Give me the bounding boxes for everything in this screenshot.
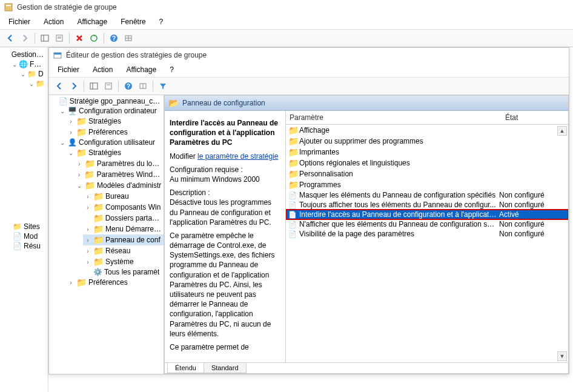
sites-icon: 📁 <box>13 222 22 231</box>
folder-icon: 📁 <box>93 224 104 234</box>
req-value: Au minimum Windows 2000 <box>170 175 260 184</box>
outer-forest[interactable]: ⌄🌐Forêt : n <box>11 59 45 69</box>
editor-menu-action[interactable]: Action <box>87 64 119 76</box>
settings-list[interactable]: ▲ ▼ 📁Affichage📁Ajouter ou supprimer des … <box>286 125 568 362</box>
list-header: Paramètre État <box>286 111 568 125</box>
main-toolbar: ? <box>0 30 573 47</box>
scroll-down-icon[interactable]: ▼ <box>557 351 567 361</box>
soft-params-node[interactable]: ›📁Paramètres du logici <box>75 158 164 169</box>
main-menu-affichage[interactable]: Affichage <box>71 16 113 28</box>
list-item[interactable]: 📄Toujours afficher tous les éléments du … <box>286 200 568 210</box>
ed-filter-button[interactable] <box>156 79 170 93</box>
main-menu-fichier[interactable]: Fichier <box>2 16 36 28</box>
list-item[interactable]: 📁Options régionales et linguistiques <box>286 158 568 168</box>
ed-props-button[interactable] <box>102 79 115 93</box>
outer-sites[interactable]: 📁Sites <box>2 222 45 231</box>
main-menu-fenetre[interactable]: Fenêtre <box>114 16 151 28</box>
list-item[interactable]: 📄N'afficher que les éléments du Panneau … <box>286 219 568 229</box>
comp-prefs-node[interactable]: ›📁Préférences <box>66 127 164 138</box>
list-item-label: Personnalisation <box>299 170 497 178</box>
list-item[interactable]: 📁Ajouter ou supprimer des programmes <box>286 136 568 147</box>
user-strategies-node[interactable]: ⌄📁Stratégies <box>66 147 164 158</box>
edit-label: Modifier <box>170 152 196 161</box>
folder-icon: 📁 <box>288 136 297 146</box>
user-icon: 👤 <box>68 138 77 147</box>
user-prefs-node[interactable]: ›📁Préférences <box>66 277 164 288</box>
reseau-node[interactable]: ›📁Réseau <box>83 245 164 256</box>
properties-button[interactable] <box>53 32 66 45</box>
ed-help-button[interactable]: ? <box>122 79 135 93</box>
policy-root[interactable]: 📄Stratégie gpo_panneau_config [ <box>49 96 164 106</box>
detail-pane: 📂 Panneau de configuration Interdire l'a… <box>164 95 569 374</box>
outer-root[interactable]: Gestion de s <box>2 50 45 59</box>
table-button[interactable] <box>122 32 135 45</box>
tous-node[interactable]: ⚙️Tous les paramèt <box>83 267 164 277</box>
edit-link[interactable]: le paramètre de stratégie <box>197 152 278 161</box>
list-item-label: Visibilité de la page des paramètres <box>299 230 497 238</box>
main-menubar: Fichier Action Affichage Fenêtre ? <box>0 15 573 30</box>
bureau-node[interactable]: ›📁Bureau <box>83 191 164 202</box>
editor-menu-help[interactable]: ? <box>164 64 180 76</box>
list-item[interactable]: 📁Imprimantes <box>286 147 568 158</box>
svg-rect-0 <box>5 4 12 11</box>
ed-table-button[interactable] <box>136 79 150 93</box>
outer-mod[interactable]: 📄Mod <box>2 231 45 241</box>
resu-icon: 📄 <box>13 242 22 250</box>
comp-strategies-node[interactable]: ›📁Stratégies <box>66 116 164 127</box>
col-state[interactable]: État <box>502 111 568 124</box>
tab-extended[interactable]: Étendu <box>167 363 204 373</box>
dossiers-node[interactable]: 📁Dossiers partagés <box>83 213 164 224</box>
editor-menu-fichier[interactable]: Fichier <box>51 64 85 76</box>
list-item[interactable]: 📄Interdire l'accès au Panneau de configu… <box>286 210 568 219</box>
refresh-button[interactable] <box>87 32 101 45</box>
scroll-up-icon[interactable]: ▲ <box>557 126 567 136</box>
list-item[interactable]: 📄Masquer les éléments du Panneau de conf… <box>286 190 568 200</box>
ed-back-button[interactable] <box>53 79 66 93</box>
show-tree-button[interactable] <box>38 32 51 45</box>
editor-menu-affichage[interactable]: Affichage <box>120 64 162 76</box>
list-item-label: N'afficher que les éléments du Panneau d… <box>299 220 497 228</box>
win-params-node[interactable]: ›📁Paramètres Windows <box>75 169 164 180</box>
svg-text:?: ? <box>127 83 130 90</box>
outer-domains[interactable]: ⌄📁Dom <box>19 69 45 79</box>
panneau-node[interactable]: ›📁Panneau de conf <box>83 234 164 245</box>
main-menu-action[interactable]: Action <box>38 16 70 28</box>
selected-setting-title: Interdire l'accès au Panneau de configur… <box>170 118 280 148</box>
computer-config-node[interactable]: ⌄🖥️Configuration ordinateur <box>58 106 164 116</box>
folder-icon: 📁 <box>93 246 104 256</box>
folder-icon: 📁 <box>93 257 104 267</box>
folder-open-icon: 📂 <box>168 98 179 108</box>
back-button[interactable] <box>4 32 17 45</box>
list-item[interactable]: 📁Affichage <box>286 125 568 136</box>
list-item-label: Affichage <box>299 126 497 135</box>
list-item-label: Imprimantes <box>299 148 497 156</box>
systeme-node[interactable]: ›📁Système <box>83 256 164 267</box>
user-config-node[interactable]: ⌄👤Configuration utilisateur <box>58 138 164 147</box>
outer-tree[interactable]: Gestion de s ⌄🌐Forêt : n ⌄📁Dom ⌄📁n 📁Site… <box>0 47 48 392</box>
folder-icon: 📁 <box>288 158 297 168</box>
setting-icon: 📄 <box>288 230 297 238</box>
list-item-state: Non configuré <box>499 201 566 209</box>
forward-button[interactable] <box>18 32 31 45</box>
col-param[interactable]: Paramètre <box>286 111 502 124</box>
outer-resu[interactable]: 📄Résu <box>2 241 45 251</box>
ed-tree-button[interactable] <box>87 79 101 93</box>
ed-forward-button[interactable] <box>67 79 81 93</box>
main-menu-help[interactable]: ? <box>153 16 170 28</box>
tab-standard[interactable]: Standard <box>204 363 247 373</box>
composants-node[interactable]: ›📁Composants Win <box>83 202 164 213</box>
ed-sep1 <box>84 81 84 91</box>
menu-dem-node[interactable]: ›📁Menu Démarrer e <box>83 224 164 234</box>
folder-icon: 📁 <box>76 148 87 158</box>
settings-icon: ⚙️ <box>93 268 102 276</box>
ed-sep3 <box>153 81 153 91</box>
desc1: Désactive tous les programmes du Panneau… <box>170 198 271 226</box>
policy-tree[interactable]: 📄Stratégie gpo_panneau_config [ ⌄🖥️Confi… <box>49 95 164 374</box>
outer-n[interactable]: ⌄📁n <box>28 79 45 88</box>
delete-button[interactable] <box>73 32 86 45</box>
list-item[interactable]: 📄Visibilité de la page des paramètresNon… <box>286 229 568 239</box>
list-item[interactable]: 📁Personnalisation <box>286 168 568 179</box>
admin-models-node[interactable]: ⌄📁Modèles d'administr <box>75 180 164 191</box>
help-button[interactable]: ? <box>107 32 121 45</box>
list-item[interactable]: 📁Programmes <box>286 179 568 190</box>
